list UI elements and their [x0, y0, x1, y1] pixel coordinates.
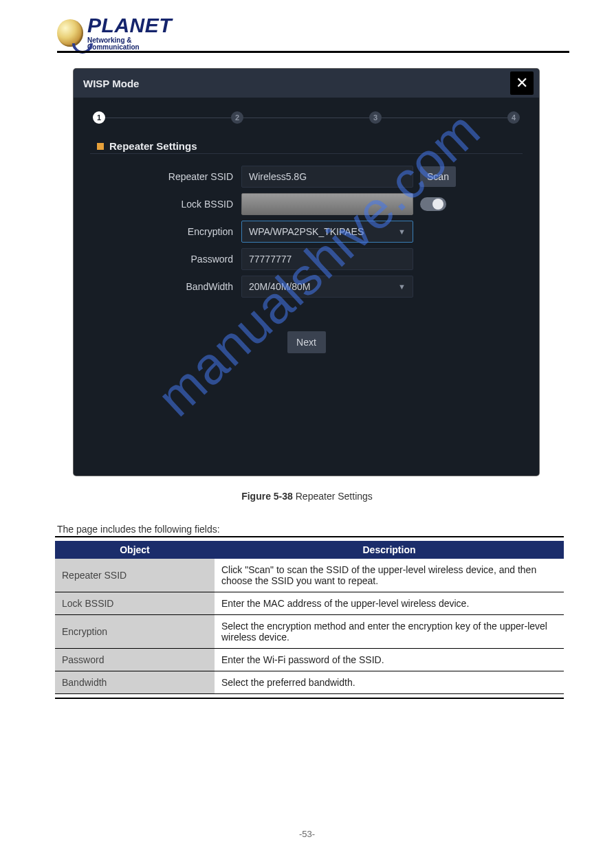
brand-tagline: Networking & Communication — [87, 37, 181, 51]
chevron-down-icon: ▼ — [398, 282, 406, 291]
password-input[interactable]: 77777777 — [241, 248, 413, 270]
step-3[interactable]: 3 — [369, 111, 382, 124]
repeater-form: Repeater SSID Wireless5.8G Scan Lock BSS… — [74, 164, 539, 353]
label-password: Password — [74, 254, 241, 265]
table-row: Encryption Select the encryption method … — [55, 615, 564, 649]
table-row: Repeater SSID Click "Scan" to scan the S… — [55, 559, 564, 592]
page: PLANET Networking & Communication WISP M… — [0, 0, 614, 868]
table-head-row: Object Description — [55, 541, 564, 559]
table-row: Bandwidth Select the preferred bandwidth… — [55, 671, 564, 694]
th-description: Description — [215, 541, 564, 559]
wisp-mode-modal: WISP Mode ✕ 1 2 3 4 Repeater Settings Re… — [74, 69, 539, 476]
scan-button[interactable]: Scan — [420, 166, 456, 187]
table-row: Lock BSSID Enter the MAC address of the … — [55, 592, 564, 615]
step-2[interactable]: 2 — [231, 111, 243, 124]
step-4[interactable]: 4 — [507, 111, 520, 124]
next-button[interactable]: Next — [287, 331, 326, 353]
modal-title: WISP Mode — [83, 78, 139, 89]
modal-titlebar: WISP Mode ✕ — [74, 69, 539, 98]
globe-icon — [57, 19, 83, 47]
brand-logo: PLANET Networking & Communication — [57, 15, 181, 51]
subcaption: The page includes the following fields: — [57, 524, 220, 535]
header-rule — [57, 51, 569, 53]
table-row: Password Enter the Wi-Fi password of the… — [55, 649, 564, 671]
section-heading: Repeater Settings — [97, 140, 539, 152]
label-bssid: Lock BSSID — [74, 199, 241, 210]
close-icon: ✕ — [516, 74, 528, 92]
brand-name: PLANET — [87, 15, 181, 36]
label-ssid: Repeater SSID — [74, 171, 241, 182]
bssid-input[interactable] — [241, 193, 413, 215]
table-bottom-rule — [55, 693, 564, 699]
label-encryption: Encryption — [74, 226, 241, 237]
bandwidth-select[interactable]: 20M/40M/80M ▼ — [241, 276, 413, 298]
section-title-text: Repeater Settings — [109, 140, 197, 152]
encryption-select[interactable]: WPA/WPA2PSK_TKIPAES ▼ — [241, 221, 413, 243]
step-1[interactable]: 1 — [93, 111, 105, 124]
chevron-down-icon: ▼ — [398, 227, 406, 236]
brand-header: PLANET Networking & Communication — [57, 15, 181, 46]
section-marker-icon — [97, 143, 104, 150]
close-button[interactable]: ✕ — [510, 71, 534, 95]
figure-caption: Figure 5-38 Repeater Settings — [0, 491, 614, 502]
wizard-stepper: 1 2 3 4 — [74, 98, 539, 124]
ssid-input[interactable]: Wireless5.8G — [241, 166, 413, 188]
lock-bssid-toggle[interactable] — [420, 197, 446, 211]
th-object: Object — [55, 541, 215, 559]
label-bandwidth: BandWidth — [74, 281, 241, 292]
fields-table: Object Description Repeater SSID Click "… — [55, 541, 564, 694]
page-number: -53- — [0, 829, 614, 839]
